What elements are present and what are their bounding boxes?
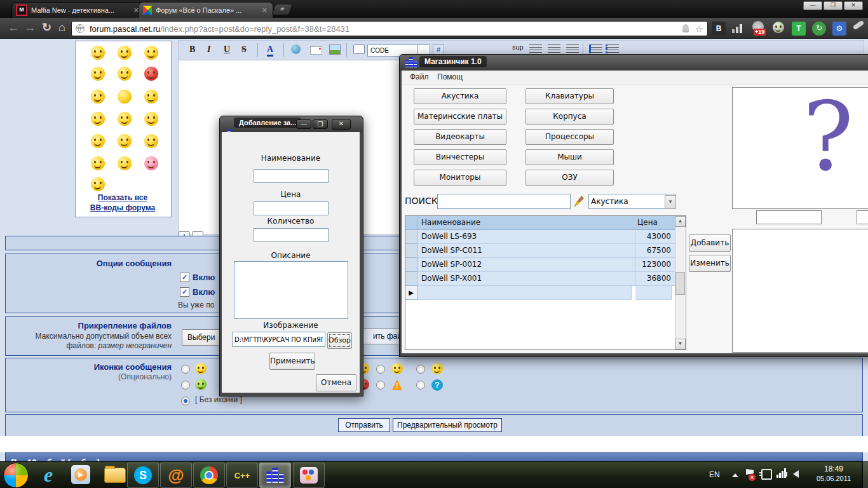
smiley-angry-icon[interactable] bbox=[144, 90, 158, 104]
speaker-icon[interactable] bbox=[793, 470, 799, 478]
internet-explorer-icon[interactable]: e bbox=[37, 464, 60, 485]
explorer-folder-icon[interactable] bbox=[104, 468, 126, 483]
edit-product-button[interactable]: Изменить bbox=[689, 255, 731, 272]
category-button-ram[interactable]: ОЗУ bbox=[526, 170, 614, 186]
category-button-acoustics[interactable]: Акустика bbox=[414, 88, 506, 104]
taskbar-shop-app[interactable] bbox=[259, 463, 291, 488]
bb-codes-link[interactable]: BB-коды форума bbox=[78, 203, 168, 212]
smiley-icon[interactable] bbox=[144, 46, 158, 60]
category-button-hdd[interactable]: Винчестеры bbox=[414, 149, 506, 165]
icon-option-question[interactable]: ? bbox=[431, 379, 443, 391]
preview-field-cut[interactable] bbox=[857, 210, 868, 224]
price-input[interactable] bbox=[254, 201, 329, 215]
menu-file[interactable]: Файл bbox=[410, 72, 429, 81]
icon-radio[interactable] bbox=[416, 381, 425, 390]
back-icon[interactable]: ← bbox=[8, 20, 19, 34]
smiley-icon[interactable] bbox=[144, 112, 158, 126]
scroll-down-icon[interactable]: ▼ bbox=[675, 339, 686, 349]
bullet-list-icon[interactable] bbox=[606, 44, 619, 53]
description-textarea[interactable] bbox=[234, 261, 348, 319]
option-checkbox-1[interactable]: ✓ bbox=[180, 273, 189, 282]
category-button-mice[interactable]: Мыши bbox=[526, 149, 614, 165]
insert-email-icon[interactable] bbox=[310, 46, 322, 55]
icon-radio[interactable] bbox=[376, 365, 385, 374]
start-button[interactable] bbox=[3, 463, 29, 488]
smiley-thumbs-down-icon[interactable] bbox=[91, 134, 105, 148]
category-combobox[interactable]: Акустика bbox=[588, 194, 676, 209]
grid-row[interactable]: DoWell SP-X001 36800 bbox=[405, 272, 675, 286]
show-all-smilies-link[interactable]: Показать все bbox=[78, 193, 168, 202]
tab-close-icon[interactable]: ✕ bbox=[261, 6, 269, 15]
dialog-close-button[interactable]: ✕ bbox=[332, 119, 351, 130]
vk-extension-icon[interactable]: B bbox=[712, 22, 726, 36]
dialog-maximize-button[interactable]: ❐ bbox=[313, 119, 328, 129]
category-button-monitors[interactable]: Мониторы bbox=[414, 170, 506, 186]
icon-radio[interactable] bbox=[376, 381, 385, 390]
category-button-cpus[interactable]: Процессоры bbox=[526, 129, 614, 145]
browser-close-button[interactable]: ✕ bbox=[844, 1, 863, 10]
smiley-icon[interactable] bbox=[144, 134, 158, 148]
taskbar-cpp-builder[interactable]: C++ bbox=[226, 463, 258, 488]
smiley-icon[interactable] bbox=[118, 67, 132, 81]
reload-icon[interactable]: ↻ bbox=[42, 20, 51, 34]
taskbar-chrome[interactable] bbox=[193, 463, 225, 488]
stats-bars-extension-icon[interactable] bbox=[732, 24, 743, 33]
grid-row[interactable]: DoWell SP-C011 67500 bbox=[405, 244, 675, 258]
media-player-icon[interactable]: ▶ bbox=[71, 465, 90, 484]
cancel-button[interactable]: Отмена bbox=[316, 374, 356, 391]
scroll-up-icon[interactable]: ▲ bbox=[675, 216, 686, 227]
show-desktop-button[interactable] bbox=[862, 461, 868, 488]
dialog-minimize-button[interactable]: — bbox=[296, 119, 311, 129]
smiley-icon[interactable] bbox=[118, 46, 132, 60]
tab-maffia[interactable]: M Maffia New - детективна... ✕ bbox=[11, 2, 145, 18]
category-button-videocards[interactable]: Видеокарты bbox=[414, 129, 506, 145]
add-product-button[interactable]: Добавить bbox=[689, 234, 731, 252]
icon-radio[interactable] bbox=[181, 365, 190, 374]
preview-field[interactable] bbox=[756, 210, 822, 224]
smiley-thumbs-up-icon[interactable] bbox=[91, 90, 105, 104]
smiley-extension-icon[interactable] bbox=[773, 22, 784, 33]
icon-radio[interactable] bbox=[416, 365, 425, 374]
taskbar-graphics-app[interactable] bbox=[293, 463, 325, 488]
smiley-hearts-icon[interactable] bbox=[144, 156, 158, 170]
smiley-rose-icon[interactable] bbox=[144, 67, 158, 81]
strikethrough-button[interactable]: S bbox=[241, 44, 247, 55]
home-icon[interactable]: ⌂ bbox=[58, 20, 65, 34]
align-right-icon[interactable] bbox=[566, 44, 579, 53]
clear-broom-icon[interactable] bbox=[573, 194, 587, 208]
icon-option-angry[interactable] bbox=[431, 363, 443, 374]
clock-date[interactable]: 05.06.2011 bbox=[804, 475, 863, 482]
smiley-love-icon[interactable] bbox=[118, 134, 132, 148]
scrollbar-thumb[interactable] bbox=[675, 272, 685, 295]
quantity-input[interactable] bbox=[254, 228, 329, 242]
bookmark-star-icon[interactable]: ☆ bbox=[695, 24, 703, 34]
taskbar-skype[interactable]: S bbox=[127, 463, 159, 488]
name-input[interactable] bbox=[254, 169, 329, 183]
browser-maximize-button[interactable]: ❐ bbox=[824, 1, 843, 10]
font-color-button[interactable]: A bbox=[267, 44, 273, 57]
quote-bubble-icon[interactable] bbox=[353, 44, 365, 54]
smiley-icon[interactable] bbox=[118, 112, 132, 126]
insert-image-icon[interactable] bbox=[329, 44, 341, 55]
smiley-icon[interactable] bbox=[91, 46, 105, 60]
address-bar[interactable]: forum.pascal.net.ru/index.php?act=post&d… bbox=[71, 21, 708, 36]
align-center-icon[interactable] bbox=[548, 44, 560, 53]
network-plug-icon[interactable] bbox=[761, 469, 772, 480]
smiley-icon[interactable] bbox=[91, 112, 105, 126]
icon-option-laugh[interactable] bbox=[391, 363, 403, 374]
translate-extension-icon[interactable]: T bbox=[792, 22, 806, 36]
grid-header-name[interactable]: Наименование bbox=[417, 216, 639, 230]
smiley-wink-icon[interactable] bbox=[118, 156, 132, 170]
hidden-icons-arrow[interactable] bbox=[732, 473, 738, 477]
image-path-input[interactable] bbox=[232, 332, 325, 347]
tab-pascal-forum[interactable]: Форум «Всё о Паскале» ... ✕ bbox=[139, 2, 273, 18]
option-checkbox-2[interactable]: ✓ bbox=[180, 287, 189, 297]
browser-minimize-button[interactable]: — bbox=[803, 1, 822, 10]
browse-button[interactable]: Обзор bbox=[327, 332, 352, 349]
send-button[interactable]: Отправить bbox=[338, 418, 390, 432]
apply-button[interactable]: Применить bbox=[269, 353, 315, 370]
smiley-icon[interactable] bbox=[91, 156, 105, 170]
smiley-icon[interactable] bbox=[91, 177, 105, 191]
smiley-icon[interactable] bbox=[91, 67, 105, 81]
sync-extension-icon[interactable]: ↻ bbox=[812, 22, 826, 36]
